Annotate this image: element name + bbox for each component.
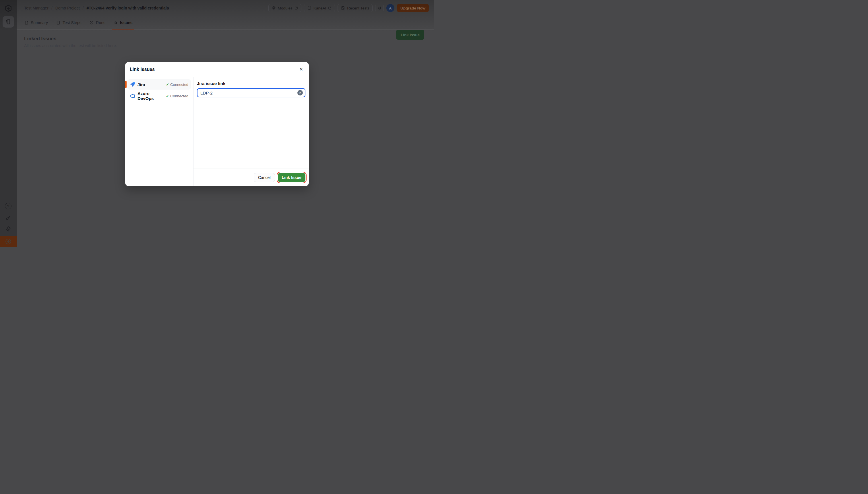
jira-icon <box>130 82 135 87</box>
top-actions: Modules KaneAI <box>269 4 429 12</box>
provider-jira[interactable]: Jira ✓ Connected <box>127 79 191 90</box>
bug-icon <box>113 20 118 25</box>
selected-provider-indicator <box>125 81 126 88</box>
tab-runs-label: Runs <box>96 20 105 25</box>
document-icon <box>24 20 29 25</box>
connected-label: Connected <box>170 82 188 87</box>
layers-icon <box>272 6 276 10</box>
tab-issues-label: Issues <box>120 20 133 25</box>
arrow-up-circle-icon <box>5 238 12 245</box>
breadcrumb-current-test: #TC-2464 Verify login with valid credent… <box>86 6 169 10</box>
help-button[interactable]: ? <box>5 203 12 209</box>
help-icon: ? <box>7 204 9 208</box>
check-icon: ✓ <box>166 82 169 87</box>
modal-title: Link Issues <box>130 67 155 72</box>
breadcrumb: Test Manager / Demo Project / #TC-2464 V… <box>24 6 169 10</box>
provider-azure-devops[interactable]: Azure DevOps ✓ Connected <box>127 91 191 101</box>
integrations-button[interactable] <box>5 226 12 233</box>
announcements-button[interactable] <box>375 4 384 12</box>
link-issues-modal: Link Issues ✕ Jira ✓ Connected <box>125 62 309 186</box>
tab-test-steps-label: Test Steps <box>63 20 81 25</box>
megaphone-icon <box>377 6 382 10</box>
provider-jira-status: ✓ Connected <box>166 82 188 87</box>
modal-link-issue-button[interactable]: Link Issue <box>278 173 305 182</box>
tab-runs[interactable]: Runs <box>89 16 105 29</box>
kaneai-label: KaneAI <box>313 6 326 10</box>
jira-link-form: Jira issue link ✕ <box>194 77 309 169</box>
tab-bar: Summary Test Steps Runs <box>17 16 434 30</box>
modal-body: Jira ✓ Connected Azure DevOps ✓ Connecte… <box>125 77 309 186</box>
provider-list: Jira ✓ Connected Azure DevOps ✓ Connecte… <box>125 77 194 186</box>
avatar-initial: A <box>389 6 392 10</box>
recent-tests-label: Recent Tests <box>347 6 370 10</box>
modal-header: Link Issues ✕ <box>125 62 309 77</box>
sidebar-upgrade-button[interactable] <box>0 236 17 247</box>
external-link-icon <box>294 6 298 10</box>
link-issue-button[interactable]: Link Issue <box>396 30 424 40</box>
history-icon <box>89 20 94 25</box>
kaneai-button[interactable]: KaneAI <box>304 4 335 12</box>
notebook-icon <box>5 19 12 25</box>
external-link-icon <box>328 6 332 10</box>
modules-label: Modules <box>278 6 293 10</box>
jira-issue-link-label: Jira issue link <box>197 81 305 86</box>
robot-icon <box>307 6 312 10</box>
provider-azure-status: ✓ Connected <box>166 94 188 98</box>
app-logo-icon <box>4 4 12 12</box>
page-content: Linked Issues All issues associated with… <box>17 30 434 54</box>
upgrade-now-button[interactable]: Upgrade Now <box>397 4 429 12</box>
modules-button[interactable]: Modules <box>269 4 301 12</box>
clear-input-icon[interactable]: ✕ <box>297 90 303 96</box>
tab-test-steps[interactable]: Test Steps <box>56 16 81 29</box>
tab-summary[interactable]: Summary <box>24 16 48 29</box>
jira-issue-link-input-wrap: ✕ <box>197 88 305 97</box>
modal-footer: Cancel Link Issue <box>194 169 309 186</box>
modal-right-panel: Jira issue link ✕ Cancel Link Issue <box>194 77 309 186</box>
close-icon[interactable]: ✕ <box>298 66 304 72</box>
breadcrumb-demo-project[interactable]: Demo Project <box>55 6 80 10</box>
page-subtitle: All issues associated with the test will… <box>24 43 427 48</box>
check-icon: ✓ <box>166 94 169 98</box>
test-report-icon <box>341 6 345 10</box>
document-icon <box>56 20 61 25</box>
breadcrumb-separator: / <box>83 6 84 10</box>
sidebar-item-test-manager[interactable] <box>3 16 14 27</box>
page-title: Linked Issues <box>24 36 427 42</box>
breadcrumb-test-manager[interactable]: Test Manager <box>24 6 48 10</box>
connected-label: Connected <box>170 94 188 98</box>
top-bar: Test Manager / Demo Project / #TC-2464 V… <box>17 0 434 16</box>
provider-jira-label: Jira <box>138 82 145 87</box>
recent-tests-button[interactable]: Recent Tests <box>338 4 373 12</box>
tab-summary-label: Summary <box>31 20 48 25</box>
sidebar: ? <box>0 0 17 247</box>
azure-devops-icon <box>130 93 135 98</box>
avatar[interactable]: A <box>386 4 394 12</box>
provider-azure-label: Azure DevOps <box>138 91 164 101</box>
cancel-button[interactable]: Cancel <box>254 173 275 182</box>
breadcrumb-separator: / <box>52 6 53 10</box>
tab-issues[interactable]: Issues <box>113 16 133 29</box>
jira-issue-link-input[interactable] <box>197 88 305 97</box>
api-key-button[interactable] <box>5 214 12 221</box>
